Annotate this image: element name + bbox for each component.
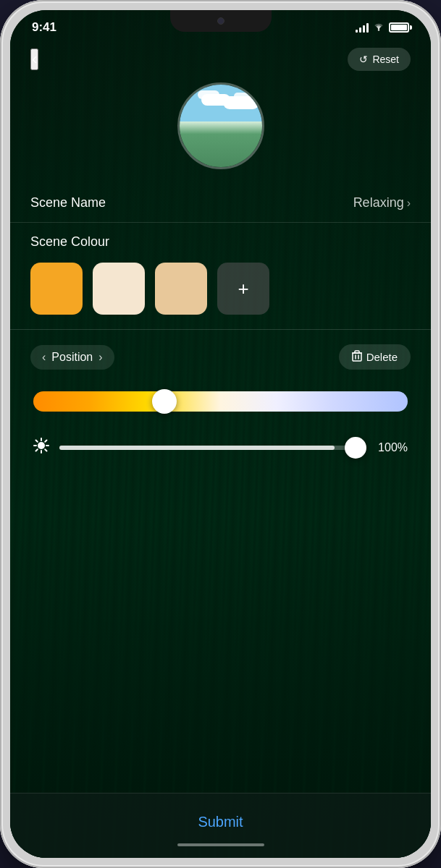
bottom-section: Submit: [10, 793, 431, 858]
delete-button[interactable]: Delete: [339, 344, 411, 370]
reset-label: Reset: [372, 54, 399, 65]
color-temp-thumb[interactable]: [152, 389, 177, 414]
color-temp-slider[interactable]: [33, 391, 408, 412]
plus-icon: +: [238, 278, 248, 300]
svg-point-0: [378, 29, 379, 30]
colour-section: Scene Colour +: [10, 223, 431, 329]
screen-content: 9:41: [10, 10, 431, 858]
position-prev-icon[interactable]: ‹: [42, 351, 46, 364]
avatar-container: [10, 82, 431, 184]
spacer: [10, 457, 431, 793]
position-control[interactable]: ‹ Position ›: [30, 345, 114, 370]
brightness-fill: [59, 446, 335, 450]
phone-screen: 9:41: [10, 10, 431, 858]
wifi-icon: [373, 22, 385, 33]
scene-name-value[interactable]: Relaxing ›: [353, 195, 411, 210]
signal-icon: [356, 22, 369, 33]
chevron-right-icon: ›: [407, 197, 411, 210]
color-temp-slider-container: [30, 391, 411, 412]
colour-title: Scene Colour: [30, 234, 411, 250]
delete-label: Delete: [366, 351, 398, 363]
brightness-slider-row: 100%: [30, 438, 411, 457]
swatch-cream[interactable]: [93, 263, 145, 315]
cloud-3: [223, 96, 259, 109]
position-next-icon[interactable]: ›: [98, 351, 102, 364]
trash-icon: [352, 350, 362, 364]
position-label: Position: [51, 351, 93, 364]
back-button[interactable]: ‹: [30, 48, 38, 70]
colour-swatches: +: [30, 263, 411, 315]
controls-row: ‹ Position › Delet: [30, 344, 411, 370]
swatch-peach[interactable]: [155, 263, 207, 315]
controls-section: ‹ Position › Delet: [10, 330, 431, 457]
brightness-slider[interactable]: [59, 446, 365, 450]
scene-name-row[interactable]: Scene Name Relaxing ›: [10, 184, 431, 223]
home-indicator: [177, 843, 264, 846]
brightness-thumb[interactable]: [345, 437, 366, 459]
status-icons: [356, 22, 409, 33]
scene-name-label: Scene Name: [30, 195, 106, 210]
phone-frame: 9:41: [0, 0, 441, 868]
svg-rect-1: [353, 353, 361, 361]
svg-line-10: [45, 449, 46, 451]
battery-icon: [389, 22, 409, 33]
top-bar: ‹ ↺ Reset: [10, 41, 431, 82]
svg-line-12: [36, 449, 38, 451]
brightness-value: 100%: [375, 441, 408, 454]
swatch-orange[interactable]: [30, 263, 83, 315]
avatar-scene: [180, 85, 262, 167]
status-time: 9:41: [32, 20, 56, 35]
svg-point-4: [38, 442, 45, 449]
sun-icon: [33, 438, 49, 457]
submit-button[interactable]: Submit: [10, 808, 431, 836]
reset-button[interactable]: ↺ Reset: [348, 48, 411, 71]
camera-dot: [217, 17, 224, 25]
reset-icon: ↺: [359, 54, 368, 65]
svg-line-9: [36, 441, 38, 442]
notch: [170, 10, 272, 32]
avatar[interactable]: [177, 82, 264, 169]
svg-line-11: [45, 441, 46, 442]
add-swatch-button[interactable]: +: [217, 263, 269, 315]
